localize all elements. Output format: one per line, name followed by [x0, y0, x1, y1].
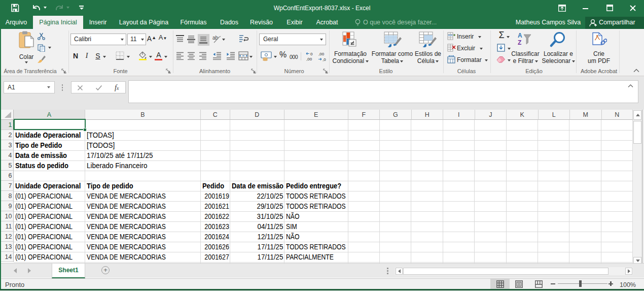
- svg-text:0: 0: [310, 52, 313, 56]
- svg-text:Z: Z: [518, 39, 521, 46]
- svg-text:,00: ,00: [306, 57, 312, 61]
- svg-text:,0: ,0: [323, 57, 326, 61]
- svg-text:ab: ab: [212, 35, 219, 41]
- svg-text:A: A: [518, 32, 522, 39]
- svg-text:,00: ,00: [318, 52, 325, 56]
